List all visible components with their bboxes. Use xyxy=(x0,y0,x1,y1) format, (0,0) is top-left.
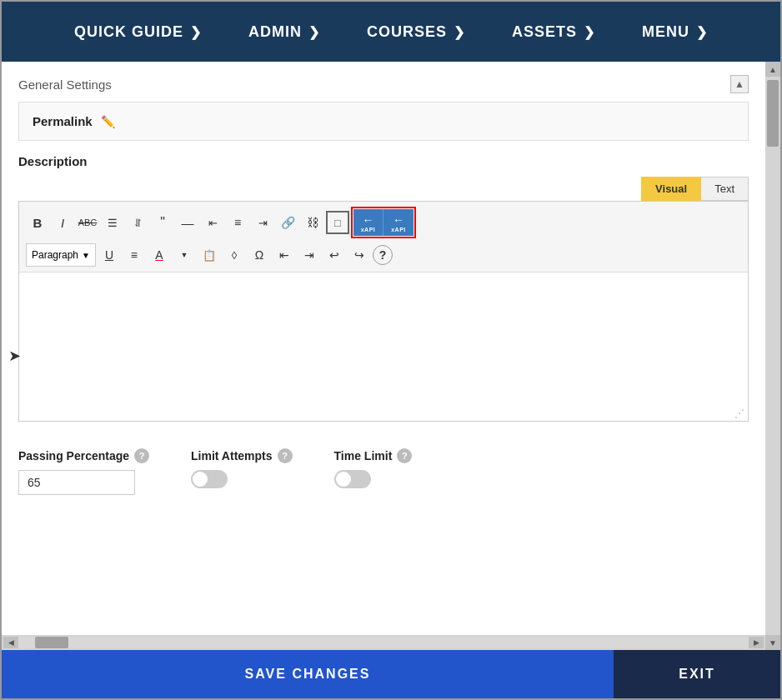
nav-assets-arrow: ❯ xyxy=(584,24,595,40)
time-limit-group: Time Limit ? xyxy=(309,448,413,488)
horizontal-scrollbar: ◀ ▶ xyxy=(2,635,765,650)
h-scroll-track xyxy=(18,637,749,648)
nav-admin[interactable]: ADMIN ❯ xyxy=(225,23,343,41)
nav-courses-arrow: ❯ xyxy=(454,24,465,40)
toolbar-table[interactable]: □ xyxy=(326,211,349,234)
toolbar-undo[interactable]: ↩ xyxy=(323,243,346,267)
description-section: Description Visual Text B I AB xyxy=(18,154,749,422)
toolbar-align-left[interactable]: ⇤ xyxy=(201,211,224,234)
passing-percentage-text: Passing Percentage xyxy=(18,449,129,462)
paragraph-label: Paragraph xyxy=(32,249,78,261)
nav-assets-label: ASSETS xyxy=(512,23,577,41)
toolbar-paste[interactable]: 📋 xyxy=(198,243,221,267)
editor-toolbar: B I ABC ☰ ⥯ " — ⇤ ≡ ⇥ 🔗 xyxy=(19,202,748,272)
editor-body[interactable] xyxy=(19,272,748,406)
limit-attempts-text: Limit Attempts xyxy=(191,449,272,462)
toolbar-bold[interactable]: B xyxy=(26,211,49,234)
limit-attempts-label: Limit Attempts ? xyxy=(191,448,292,463)
nav-courses-label: COURSES xyxy=(367,23,447,41)
description-title: Description xyxy=(18,154,749,168)
permalink-label: Permalink xyxy=(33,114,93,128)
toolbar-align-center[interactable]: ≡ xyxy=(226,211,249,234)
toolbar-italic[interactable]: I xyxy=(51,211,74,234)
limit-attempts-help-icon[interactable]: ? xyxy=(278,448,293,463)
general-settings-title: General Settings xyxy=(18,78,112,92)
limit-attempts-knob xyxy=(193,472,208,487)
toolbar-quote[interactable]: " xyxy=(151,211,174,234)
time-limit-toggle[interactable] xyxy=(334,470,371,488)
toolbar-unlink[interactable]: ⛓ xyxy=(301,211,324,234)
bottom-actions: SAVE CHANGES EXIT xyxy=(2,650,780,698)
xapi2-label: xAPI xyxy=(391,227,406,232)
xapi1-arrow: ← xyxy=(363,213,374,227)
toolbar-align-right[interactable]: ⇥ xyxy=(251,211,274,234)
permalink-section: Permalink ✏️ xyxy=(18,102,749,141)
editor-resize-handle[interactable]: ⋰ xyxy=(19,406,748,421)
save-changes-button[interactable]: SAVE CHANGES xyxy=(2,650,614,698)
h-scroll-right[interactable]: ▶ xyxy=(749,637,764,648)
time-limit-help-icon[interactable]: ? xyxy=(397,448,412,463)
mode-visual-button[interactable]: Visual xyxy=(641,177,701,201)
toolbar-strikethrough[interactable]: ABC xyxy=(76,211,99,234)
v-scroll-up[interactable]: ▲ xyxy=(765,62,780,77)
passing-percentage-label: Passing Percentage ? xyxy=(18,448,149,463)
xapi-button-1[interactable]: ← xAPI xyxy=(353,209,383,236)
h-scroll-left[interactable]: ◀ xyxy=(3,637,18,648)
toolbar-omega[interactable]: Ω xyxy=(248,243,271,267)
toolbar-redo[interactable]: ↪ xyxy=(348,243,371,267)
xapi-button-2[interactable]: ← xAPI xyxy=(383,209,414,236)
nav-admin-label: ADMIN xyxy=(248,23,302,41)
nav-admin-arrow: ❯ xyxy=(308,24,320,40)
xapi2-arrow: ← xyxy=(393,213,404,227)
xapi-button-group: ← xAPI ← xAPI xyxy=(351,207,416,238)
nav-quick-guide-label: QUICK GUIDE xyxy=(74,23,183,41)
nav-menu-arrow: ❯ xyxy=(696,24,708,40)
passing-percentage-help-icon[interactable]: ? xyxy=(134,448,149,463)
passing-percentage-group: Passing Percentage ? xyxy=(18,448,149,495)
nav-menu-label: MENU xyxy=(642,23,689,41)
permalink-edit-icon[interactable]: ✏️ xyxy=(101,115,115,128)
xapi1-label: xAPI xyxy=(361,227,376,232)
exit-button[interactable]: EXIT xyxy=(614,650,780,698)
toolbar-underline[interactable]: U xyxy=(98,243,121,267)
editor-mode-toggle: Visual Text xyxy=(18,177,749,201)
nav-menu[interactable]: MENU ❯ xyxy=(619,23,731,41)
toolbar-row-2: Paragraph ▼ U ≡ A ▼ 📋 ◊ Ω ⇤ xyxy=(26,243,741,267)
top-navigation: QUICK GUIDE ❯ ADMIN ❯ COURSES ❯ ASSETS ❯… xyxy=(2,2,780,62)
settings-body: Permalink ✏️ Description Visual Text xyxy=(2,102,765,635)
toolbar-link[interactable]: 🔗 xyxy=(276,211,299,234)
nav-quick-guide[interactable]: QUICK GUIDE ❯ xyxy=(51,23,225,41)
h-scroll-thumb[interactable] xyxy=(35,637,68,648)
nav-courses[interactable]: COURSES ❯ xyxy=(343,23,489,41)
toolbar-font-color[interactable]: A xyxy=(148,243,171,267)
v-scroll-thumb[interactable] xyxy=(767,80,779,147)
time-limit-knob xyxy=(336,472,351,487)
paragraph-dropdown[interactable]: Paragraph ▼ xyxy=(26,243,96,267)
passing-percentage-input[interactable] xyxy=(18,470,135,495)
toolbar-dropdown-color[interactable]: ▼ xyxy=(173,243,196,267)
nav-quick-guide-arrow: ❯ xyxy=(190,24,202,40)
toolbar-ul[interactable]: ☰ xyxy=(101,211,124,234)
toolbar-indent-out[interactable]: ⇤ xyxy=(273,243,296,267)
toolbar-justify[interactable]: ≡ xyxy=(123,243,146,267)
general-settings-header: General Settings ▲ xyxy=(2,62,765,102)
toolbar-hr[interactable]: — xyxy=(176,211,199,234)
collapse-button[interactable]: ▲ xyxy=(730,75,749,93)
limit-attempts-group: Limit Attempts ? xyxy=(166,448,292,488)
editor-container: B I ABC ☰ ⥯ " — ⇤ ≡ ⇥ 🔗 xyxy=(18,201,749,422)
main-area: ➤ General Settings ▲ Permalink ✏️ Descri… xyxy=(2,62,780,650)
bottom-fields: Passing Percentage ? Limit Attempts ? xyxy=(18,435,749,495)
toolbar-row-1: B I ABC ☰ ⥯ " — ⇤ ≡ ⇥ 🔗 xyxy=(26,207,741,238)
toolbar-help[interactable]: ? xyxy=(373,245,393,265)
limit-attempts-toggle[interactable] xyxy=(191,470,228,488)
toolbar-clear[interactable]: ◊ xyxy=(223,243,246,267)
v-scroll-down[interactable]: ▼ xyxy=(765,635,780,650)
toolbar-indent-in[interactable]: ⇥ xyxy=(298,243,321,267)
nav-assets[interactable]: ASSETS ❯ xyxy=(489,23,619,41)
toolbar-ol[interactable]: ⥯ xyxy=(126,211,149,234)
content-panel: General Settings ▲ Permalink ✏️ Descript… xyxy=(2,62,765,650)
time-limit-label: Time Limit ? xyxy=(334,448,413,463)
dropdown-arrow-icon: ▼ xyxy=(82,251,90,260)
vertical-scrollbar: ▲ ▼ xyxy=(765,62,780,650)
mode-text-button[interactable]: Text xyxy=(701,177,749,201)
